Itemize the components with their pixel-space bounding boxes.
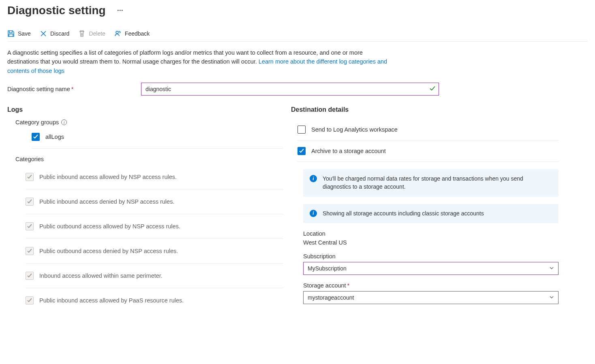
discard-icon — [40, 30, 47, 37]
storage-account-value: mystorageaccount — [308, 294, 354, 301]
archive-storage-checkbox[interactable] — [298, 147, 306, 155]
discard-button[interactable]: Discard — [40, 30, 69, 37]
chevron-down-icon — [549, 295, 554, 301]
valid-check-icon — [429, 85, 436, 93]
toolbar: Save Discard Delete Feedback — [7, 19, 588, 42]
info-icon[interactable]: i — [61, 119, 67, 125]
save-icon — [7, 30, 15, 37]
category-row: Public inbound access allowed by NSP acc… — [26, 165, 283, 189]
page-title-text: Diagnostic setting — [7, 4, 106, 17]
feedback-label: Feedback — [125, 30, 150, 37]
name-field-row: Diagnostic setting name* — [7, 83, 588, 96]
category-label: Public inbound access allowed by NSP acc… — [39, 174, 177, 180]
storage-account-label: Storage account* — [303, 282, 559, 289]
category-checkbox — [26, 247, 34, 255]
delete-label: Delete — [89, 30, 105, 37]
category-row: Public inbound access denied by NSP acce… — [26, 189, 283, 214]
category-label: Public outbound access denied by NSP acc… — [39, 248, 178, 254]
subscription-value: MySubscription — [308, 265, 347, 272]
info-circle-icon: i — [310, 210, 317, 217]
send-log-analytics-label: Send to Log Analytics workspace — [311, 126, 398, 133]
feedback-button[interactable]: Feedback — [114, 30, 150, 37]
category-checkbox — [26, 173, 34, 181]
subscription-select[interactable]: MySubscription — [303, 262, 559, 275]
more-actions-icon[interactable]: ··· — [117, 6, 123, 15]
feedback-icon — [114, 30, 122, 37]
location-value: West Central US — [303, 239, 559, 246]
category-row: Public outbound access allowed by NSP ac… — [26, 214, 283, 239]
delete-button: Delete — [78, 30, 105, 37]
subscription-label: Subscription — [303, 253, 559, 260]
category-row: Public inbound access allowed by PaaS re… — [26, 288, 283, 313]
category-label: Public outbound access allowed by NSP ac… — [39, 223, 180, 230]
destination-heading: Destination details — [291, 106, 559, 113]
category-checkbox — [26, 222, 34, 230]
category-checkbox — [26, 272, 34, 280]
category-row: Inbound access allowed within same perim… — [26, 264, 283, 288]
category-groups-label: Category groups i — [15, 119, 283, 126]
name-field-label: Diagnostic setting name* — [7, 86, 141, 92]
save-button[interactable]: Save — [7, 30, 31, 37]
storage-charge-info: i You'll be charged normal data rates fo… — [303, 169, 559, 196]
info-circle-icon: i — [310, 175, 317, 182]
category-checkbox — [26, 198, 34, 206]
alllogs-checkbox[interactable] — [32, 133, 40, 141]
save-label: Save — [18, 30, 31, 37]
diagnostic-name-input[interactable] — [141, 83, 439, 96]
page-title: Diagnostic setting ··· — [7, 4, 588, 17]
archive-storage-label: Archive to a storage account — [311, 148, 386, 154]
logs-heading: Logs — [7, 106, 283, 113]
send-log-analytics-checkbox[interactable] — [298, 126, 306, 134]
description-text: A diagnostic setting specifies a list of… — [7, 48, 388, 75]
location-label: Location — [303, 230, 559, 237]
category-row: Public outbound access denied by NSP acc… — [26, 239, 283, 264]
category-checkbox — [26, 296, 34, 304]
storage-charge-text: You'll be charged normal data rates for … — [323, 175, 552, 191]
alllogs-label: allLogs — [45, 134, 64, 140]
storage-classic-info: i Showing all storage accounts including… — [303, 204, 559, 224]
discard-label: Discard — [50, 30, 69, 37]
storage-account-select[interactable]: mystorageaccount — [303, 291, 559, 304]
category-label: Public inbound access allowed by PaaS re… — [39, 297, 184, 304]
storage-classic-text: Showing all storage accounts including c… — [323, 210, 484, 218]
categories-label: Categories — [15, 156, 283, 162]
category-label: Public inbound access denied by NSP acce… — [39, 198, 174, 205]
category-label: Inbound access allowed within same perim… — [39, 272, 163, 279]
delete-icon — [78, 30, 86, 37]
chevron-down-icon — [549, 266, 554, 272]
svg-point-0 — [116, 31, 118, 34]
